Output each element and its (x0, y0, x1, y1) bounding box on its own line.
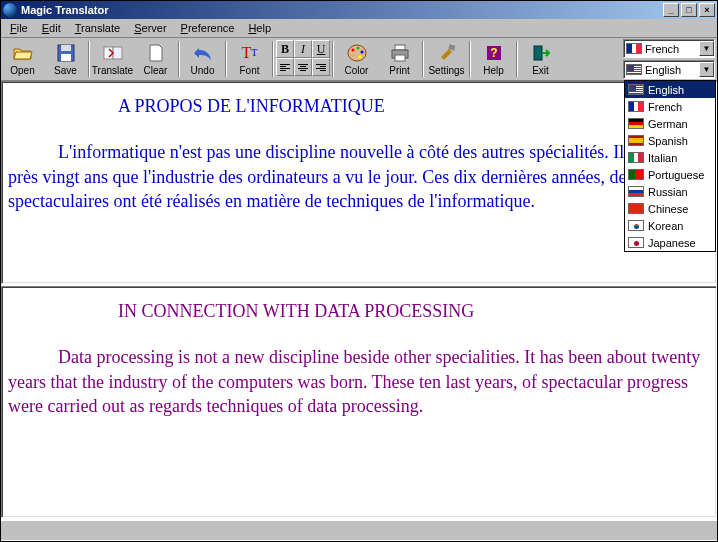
settings-button[interactable]: Settings (425, 39, 468, 79)
window-title: Magic Translator (21, 4, 663, 16)
target-text-pane[interactable]: IN CONNECTION WITH DATA PROCESSING Data … (1, 286, 717, 518)
flag-de-icon (628, 118, 644, 129)
menu-file[interactable]: File (3, 21, 35, 35)
exit-button[interactable]: Exit (519, 39, 562, 79)
menu-server[interactable]: Server (127, 21, 173, 35)
open-button[interactable]: Open (1, 39, 44, 79)
print-button[interactable]: Print (378, 39, 421, 79)
chevron-down-icon: ▼ (699, 41, 714, 56)
undo-button[interactable]: Undo (181, 39, 224, 79)
menu-translate[interactable]: Translate (68, 21, 127, 35)
flag-us-icon (628, 84, 644, 95)
svg-point-6 (351, 48, 354, 51)
clear-button[interactable]: Clear (134, 39, 177, 79)
language-option-russian[interactable]: Russian (625, 183, 715, 200)
flag-fr-icon (628, 101, 644, 112)
align-left-button[interactable] (276, 58, 294, 76)
svg-point-9 (358, 55, 361, 58)
target-title: IN CONNECTION WITH DATA PROCESSING (8, 299, 710, 323)
source-title: A PROPOS DE L'INFORMATIQUE (8, 94, 710, 118)
language-option-korean[interactable]: Korean (625, 217, 715, 234)
flag-it-icon (628, 152, 644, 163)
language-option-chinese[interactable]: Chinese (625, 200, 715, 217)
svg-rect-3 (104, 47, 113, 59)
translate-icon (103, 43, 123, 63)
exit-icon (531, 43, 551, 63)
menu-preference[interactable]: Preference (174, 21, 242, 35)
svg-rect-15 (534, 46, 542, 60)
app-icon (3, 3, 17, 17)
hammer-icon (437, 43, 457, 63)
svg-point-7 (356, 46, 359, 49)
language-option-italian[interactable]: Italian (625, 149, 715, 166)
font-icon: TT (240, 43, 260, 63)
menubar: File Edit Translate Server Preference He… (1, 19, 717, 38)
language-option-spanish[interactable]: Spanish (625, 132, 715, 149)
toolbar: Open Save Translate Clear Undo TT Font B… (1, 38, 717, 81)
book-help-icon: ? (484, 43, 504, 63)
undo-icon (193, 43, 213, 63)
titlebar: Magic Translator _ □ × (1, 1, 717, 19)
flag-cn-icon (628, 203, 644, 214)
align-right-button[interactable] (312, 58, 330, 76)
flag-ru-icon (628, 186, 644, 197)
flag-jp-icon (628, 237, 644, 248)
svg-rect-12 (395, 55, 405, 61)
target-language-combo[interactable]: English ▼ (623, 60, 715, 79)
chevron-down-icon: ▼ (699, 62, 714, 77)
maximize-button[interactable]: □ (681, 3, 697, 17)
bold-button[interactable]: B (276, 40, 294, 58)
menu-edit[interactable]: Edit (35, 21, 68, 35)
save-button[interactable]: Save (44, 39, 87, 79)
source-text-pane[interactable]: A PROPOS DE L'INFORMATIQUE L'informatiqu… (1, 81, 717, 284)
color-button[interactable]: Color (335, 39, 378, 79)
floppy-icon (56, 43, 76, 63)
align-center-button[interactable] (294, 58, 312, 76)
svg-text:?: ? (490, 46, 497, 60)
svg-rect-1 (61, 45, 71, 51)
language-dropdown[interactable]: EnglishFrenchGermanSpanishItalianPortugu… (624, 80, 716, 252)
source-body: L'informatique n'est pas une discipline … (8, 140, 710, 213)
flag-pt-icon (628, 169, 644, 180)
svg-rect-2 (61, 54, 71, 61)
italic-button[interactable]: I (294, 40, 312, 58)
svg-rect-4 (113, 47, 122, 59)
target-body: Data processing is not a new discipline … (8, 345, 710, 418)
translate-button[interactable]: Translate (91, 39, 134, 79)
flag-usa-icon (626, 64, 642, 75)
language-option-english[interactable]: English (625, 81, 715, 98)
flag-kr-icon (628, 220, 644, 231)
source-language-combo[interactable]: French ▼ (623, 39, 715, 58)
palette-icon (347, 43, 367, 63)
close-button[interactable]: × (699, 3, 715, 17)
font-button[interactable]: TT Font (228, 39, 271, 79)
minimize-button[interactable]: _ (663, 3, 679, 17)
svg-point-8 (360, 50, 363, 53)
language-option-portuguese[interactable]: Portuguese (625, 166, 715, 183)
statusbar (1, 520, 717, 540)
help-button[interactable]: ? Help (472, 39, 515, 79)
language-option-french[interactable]: French (625, 98, 715, 115)
blank-page-icon (146, 43, 166, 63)
underline-button[interactable]: U (312, 40, 330, 58)
svg-rect-10 (395, 45, 405, 50)
printer-icon (390, 43, 410, 63)
language-option-german[interactable]: German (625, 115, 715, 132)
menu-help[interactable]: Help (241, 21, 278, 35)
language-option-japanese[interactable]: Japanese (625, 234, 715, 251)
folder-open-icon (13, 43, 33, 63)
flag-es-icon (628, 135, 644, 146)
flag-france-icon (626, 43, 642, 54)
